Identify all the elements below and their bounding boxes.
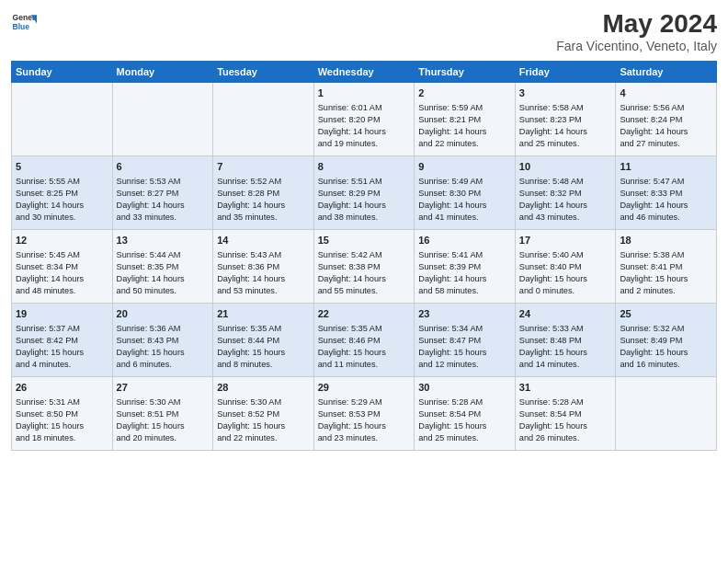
day-number: 30 [418, 381, 511, 395]
day-info: Sunrise: 5:42 AM Sunset: 8:38 PM Dayligh… [318, 249, 411, 297]
day-info: Sunrise: 5:59 AM Sunset: 8:21 PM Dayligh… [418, 102, 511, 150]
day-number: 20 [117, 307, 210, 321]
title-block: May 2024 Fara Vicentino, Veneto, Italy [556, 9, 717, 53]
day-number: 9 [418, 160, 511, 174]
day-number: 12 [16, 234, 108, 247]
day-number: 2 [418, 86, 511, 100]
column-header-saturday: Saturday [616, 62, 717, 83]
day-number: 24 [519, 307, 612, 321]
calendar-cell: 15Sunrise: 5:42 AM Sunset: 8:38 PM Dayli… [313, 230, 415, 304]
calendar-cell: 12Sunrise: 5:45 AM Sunset: 8:34 PM Dayli… [12, 230, 113, 304]
day-number: 26 [16, 381, 108, 395]
day-number: 10 [519, 160, 612, 174]
day-number: 27 [117, 381, 210, 395]
day-number: 19 [16, 307, 108, 321]
calendar-cell [12, 83, 113, 156]
calendar-cell: 4Sunrise: 5:56 AM Sunset: 8:24 PM Daylig… [616, 83, 717, 156]
calendar-cell [616, 377, 717, 451]
week-row-5: 26Sunrise: 5:31 AM Sunset: 8:50 PM Dayli… [12, 377, 717, 451]
day-number: 6 [117, 160, 210, 174]
day-info: Sunrise: 5:32 AM Sunset: 8:49 PM Dayligh… [620, 323, 712, 371]
day-number: 21 [217, 307, 310, 321]
day-info: Sunrise: 5:58 AM Sunset: 8:23 PM Dayligh… [519, 102, 612, 150]
calendar-cell [213, 83, 314, 156]
calendar-cell: 8Sunrise: 5:51 AM Sunset: 8:29 PM Daylig… [313, 156, 415, 230]
day-info: Sunrise: 5:36 AM Sunset: 8:43 PM Dayligh… [117, 323, 210, 371]
day-number: 28 [217, 381, 310, 395]
day-info: Sunrise: 5:53 AM Sunset: 8:27 PM Dayligh… [117, 176, 210, 224]
column-header-thursday: Thursday [415, 62, 516, 83]
day-info: Sunrise: 5:28 AM Sunset: 8:54 PM Dayligh… [418, 396, 511, 444]
day-info: Sunrise: 5:49 AM Sunset: 8:30 PM Dayligh… [418, 176, 511, 224]
calendar-table: SundayMondayTuesdayWednesdayThursdayFrid… [11, 61, 717, 451]
day-number: 17 [519, 234, 612, 247]
header: General Blue May 2024 Fara Vicentino, Ve… [11, 9, 717, 53]
day-info: Sunrise: 5:51 AM Sunset: 8:29 PM Dayligh… [318, 176, 411, 224]
column-header-monday: Monday [112, 62, 213, 83]
calendar-cell: 2Sunrise: 5:59 AM Sunset: 8:21 PM Daylig… [415, 83, 516, 156]
day-number: 1 [318, 86, 411, 100]
day-info: Sunrise: 5:56 AM Sunset: 8:24 PM Dayligh… [620, 102, 712, 150]
day-number: 18 [620, 234, 712, 247]
calendar-cell: 13Sunrise: 5:44 AM Sunset: 8:35 PM Dayli… [112, 230, 213, 304]
day-info: Sunrise: 5:30 AM Sunset: 8:52 PM Dayligh… [217, 396, 310, 444]
calendar-cell: 30Sunrise: 5:28 AM Sunset: 8:54 PM Dayli… [415, 377, 516, 451]
day-info: Sunrise: 5:47 AM Sunset: 8:33 PM Dayligh… [620, 176, 712, 224]
day-info: Sunrise: 5:30 AM Sunset: 8:51 PM Dayligh… [117, 396, 210, 444]
day-info: Sunrise: 5:35 AM Sunset: 8:46 PM Dayligh… [318, 323, 411, 371]
calendar-cell: 22Sunrise: 5:35 AM Sunset: 8:46 PM Dayli… [313, 304, 415, 377]
week-row-2: 5Sunrise: 5:55 AM Sunset: 8:25 PM Daylig… [12, 156, 717, 230]
day-info: Sunrise: 5:37 AM Sunset: 8:42 PM Dayligh… [16, 323, 108, 371]
day-info: Sunrise: 5:33 AM Sunset: 8:48 PM Dayligh… [519, 323, 612, 371]
day-info: Sunrise: 5:31 AM Sunset: 8:50 PM Dayligh… [16, 396, 108, 444]
day-info: Sunrise: 5:38 AM Sunset: 8:41 PM Dayligh… [620, 249, 712, 297]
calendar-cell: 18Sunrise: 5:38 AM Sunset: 8:41 PM Dayli… [616, 230, 717, 304]
calendar-cell: 6Sunrise: 5:53 AM Sunset: 8:27 PM Daylig… [112, 156, 213, 230]
calendar-cell: 24Sunrise: 5:33 AM Sunset: 8:48 PM Dayli… [515, 304, 616, 377]
calendar-cell: 10Sunrise: 5:48 AM Sunset: 8:32 PM Dayli… [515, 156, 616, 230]
calendar-cell: 21Sunrise: 5:35 AM Sunset: 8:44 PM Dayli… [213, 304, 314, 377]
day-number: 4 [620, 86, 712, 100]
calendar-cell: 14Sunrise: 5:43 AM Sunset: 8:36 PM Dayli… [213, 230, 314, 304]
day-info: Sunrise: 5:34 AM Sunset: 8:47 PM Dayligh… [418, 323, 511, 371]
calendar-cell: 28Sunrise: 5:30 AM Sunset: 8:52 PM Dayli… [213, 377, 314, 451]
location: Fara Vicentino, Veneto, Italy [556, 39, 717, 53]
day-number: 8 [318, 160, 411, 174]
calendar-cell [112, 83, 213, 156]
day-info: Sunrise: 5:41 AM Sunset: 8:39 PM Dayligh… [418, 249, 511, 297]
day-info: Sunrise: 6:01 AM Sunset: 8:20 PM Dayligh… [318, 102, 411, 150]
day-number: 23 [418, 307, 511, 321]
day-number: 3 [519, 86, 612, 100]
day-number: 25 [620, 307, 712, 321]
column-header-wednesday: Wednesday [313, 62, 415, 83]
svg-text:Blue: Blue [13, 22, 30, 31]
day-info: Sunrise: 5:44 AM Sunset: 8:35 PM Dayligh… [117, 249, 210, 297]
calendar-cell: 27Sunrise: 5:30 AM Sunset: 8:51 PM Dayli… [112, 377, 213, 451]
day-number: 14 [217, 234, 310, 247]
logo-icon: General Blue [11, 9, 37, 35]
day-number: 22 [318, 307, 411, 321]
column-header-friday: Friday [515, 62, 616, 83]
day-info: Sunrise: 5:55 AM Sunset: 8:25 PM Dayligh… [16, 176, 108, 224]
calendar-cell: 3Sunrise: 5:58 AM Sunset: 8:23 PM Daylig… [515, 83, 616, 156]
calendar-cell: 20Sunrise: 5:36 AM Sunset: 8:43 PM Dayli… [112, 304, 213, 377]
calendar-cell: 9Sunrise: 5:49 AM Sunset: 8:30 PM Daylig… [415, 156, 516, 230]
day-number: 29 [318, 381, 411, 395]
day-number: 13 [117, 234, 210, 247]
month-title: May 2024 [556, 9, 717, 39]
calendar-cell: 11Sunrise: 5:47 AM Sunset: 8:33 PM Dayli… [616, 156, 717, 230]
day-info: Sunrise: 5:43 AM Sunset: 8:36 PM Dayligh… [217, 249, 310, 297]
day-info: Sunrise: 5:28 AM Sunset: 8:54 PM Dayligh… [519, 396, 612, 444]
week-row-1: 1Sunrise: 6:01 AM Sunset: 8:20 PM Daylig… [12, 83, 717, 156]
calendar-cell: 1Sunrise: 6:01 AM Sunset: 8:20 PM Daylig… [313, 83, 415, 156]
day-info: Sunrise: 5:48 AM Sunset: 8:32 PM Dayligh… [519, 176, 612, 224]
day-number: 7 [217, 160, 310, 174]
column-header-sunday: Sunday [12, 62, 113, 83]
day-number: 15 [318, 234, 411, 247]
calendar-cell: 5Sunrise: 5:55 AM Sunset: 8:25 PM Daylig… [12, 156, 113, 230]
day-number: 31 [519, 381, 612, 395]
day-info: Sunrise: 5:29 AM Sunset: 8:53 PM Dayligh… [318, 396, 411, 444]
calendar-cell: 19Sunrise: 5:37 AM Sunset: 8:42 PM Dayli… [12, 304, 113, 377]
calendar-cell: 29Sunrise: 5:29 AM Sunset: 8:53 PM Dayli… [313, 377, 415, 451]
calendar-cell: 17Sunrise: 5:40 AM Sunset: 8:40 PM Dayli… [515, 230, 616, 304]
